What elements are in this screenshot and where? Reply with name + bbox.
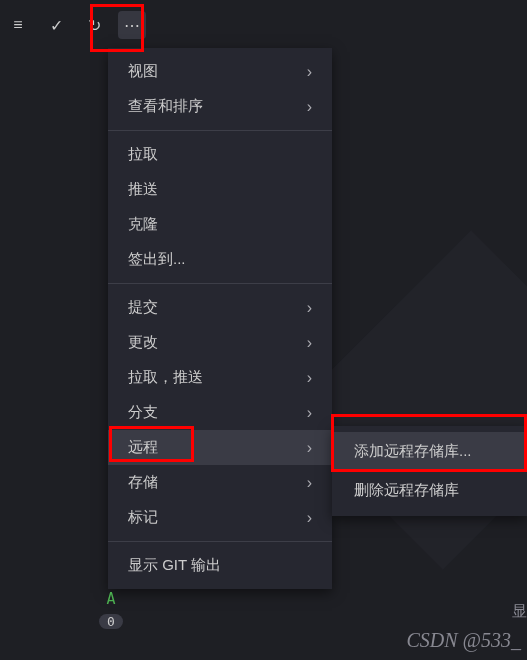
submenu-item-add-remote[interactable]: 添加远程存储库... (332, 432, 527, 471)
submenu-item-remove-remote[interactable]: 删除远程存储库 (332, 471, 527, 510)
changes-count-badge: 0 (99, 614, 123, 629)
menu-item-tags[interactable]: 标记 › (108, 500, 332, 535)
watermark: CSDN @533_ (406, 629, 521, 652)
chevron-right-icon: › (307, 509, 312, 527)
menu-label: 推送 (128, 180, 158, 199)
menu-label: 拉取，推送 (128, 368, 203, 387)
menu-item-clone[interactable]: 克隆 (108, 207, 332, 242)
menu-separator (108, 130, 332, 131)
menu-item-remote[interactable]: 远程 › (108, 430, 332, 465)
menu-label: 显示 GIT 输出 (128, 556, 221, 575)
chevron-right-icon: › (307, 404, 312, 422)
menu-item-push[interactable]: 推送 (108, 172, 332, 207)
more-actions-icon[interactable]: ⋯ (118, 11, 146, 39)
scm-toolbar: ≡ ✓ ↻ ⋯ (0, 0, 527, 50)
chevron-right-icon: › (307, 98, 312, 116)
menu-separator (108, 283, 332, 284)
menu-item-view[interactable]: 视图 › (108, 54, 332, 89)
cut-text: 显 (512, 602, 527, 621)
menu-separator (108, 541, 332, 542)
submenu-label: 添加远程存储库... (354, 442, 472, 461)
menu-label: 远程 (128, 438, 158, 457)
menu-label: 标记 (128, 508, 158, 527)
menu-item-changes[interactable]: 更改 › (108, 325, 332, 360)
menu-item-pull[interactable]: 拉取 (108, 137, 332, 172)
added-marker: A (96, 588, 126, 610)
menu-item-commit[interactable]: 提交 › (108, 290, 332, 325)
chevron-right-icon: › (307, 369, 312, 387)
chevron-right-icon: › (307, 63, 312, 81)
menu-item-branch[interactable]: 分支 › (108, 395, 332, 430)
chevron-right-icon: › (307, 474, 312, 492)
refresh-icon[interactable]: ↻ (80, 11, 108, 39)
menu-label: 查看和排序 (128, 97, 203, 116)
menu-item-git-output[interactable]: 显示 GIT 输出 (108, 548, 332, 583)
menu-item-sort[interactable]: 查看和排序 › (108, 89, 332, 124)
menu-label: 更改 (128, 333, 158, 352)
menu-item-checkout[interactable]: 签出到... (108, 242, 332, 277)
scm-gutter: A 0 (96, 588, 126, 630)
commit-check-icon[interactable]: ✓ (42, 11, 70, 39)
menu-label: 分支 (128, 403, 158, 422)
menu-label: 拉取 (128, 145, 158, 164)
view-tree-icon[interactable]: ≡ (4, 11, 32, 39)
submenu-remote: 添加远程存储库... 删除远程存储库 (332, 426, 527, 516)
chevron-right-icon: › (307, 299, 312, 317)
menu-label: 存储 (128, 473, 158, 492)
menu-item-stash[interactable]: 存储 › (108, 465, 332, 500)
context-menu: 视图 › 查看和排序 › 拉取 推送 克隆 签出到... 提交 › 更改 › 拉… (108, 48, 332, 589)
menu-label: 签出到... (128, 250, 186, 269)
menu-item-pull-push[interactable]: 拉取，推送 › (108, 360, 332, 395)
submenu-label: 删除远程存储库 (354, 481, 459, 500)
chevron-right-icon: › (307, 334, 312, 352)
menu-label: 克隆 (128, 215, 158, 234)
menu-label: 提交 (128, 298, 158, 317)
menu-label: 视图 (128, 62, 158, 81)
chevron-right-icon: › (307, 439, 312, 457)
